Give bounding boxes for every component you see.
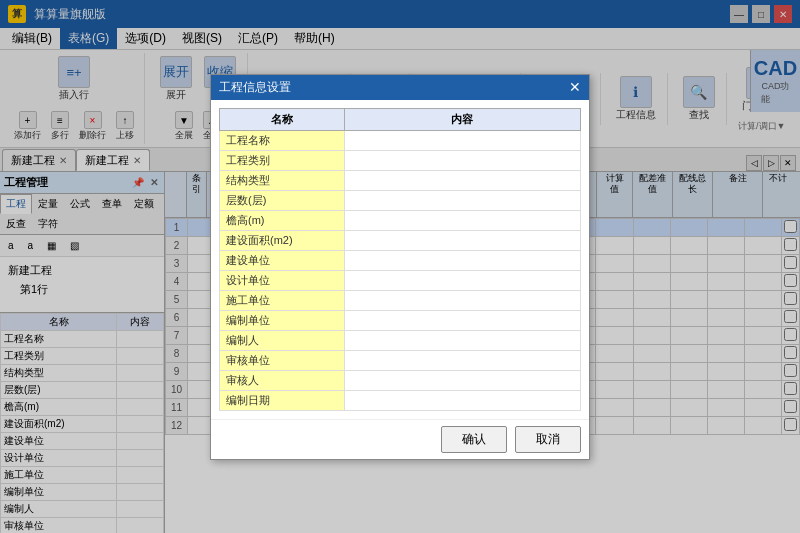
project-info-dialog: 工程信息设置 ✕ 名称 内容 工程名称工程类别结构类型层数(层)檐高(m)建设面… [210, 74, 590, 460]
dialog-cancel-button[interactable]: 取消 [515, 426, 581, 453]
dialog-row-name: 建设面积(m2) [220, 230, 345, 250]
dialog-row: 编制人 [220, 330, 581, 350]
dialog-body: 名称 内容 工程名称工程类别结构类型层数(层)檐高(m)建设面积(m2)建设单位… [211, 100, 589, 419]
dialog-row: 层数(层) [220, 190, 581, 210]
dialog-row-value[interactable] [344, 390, 580, 410]
dialog-row: 工程名称 [220, 130, 581, 150]
dialog-row-value[interactable] [344, 310, 580, 330]
dialog-row-name: 施工单位 [220, 290, 345, 310]
dialog-close-button[interactable]: ✕ [569, 79, 581, 95]
dialog-overlay: 工程信息设置 ✕ 名称 内容 工程名称工程类别结构类型层数(层)檐高(m)建设面… [0, 0, 800, 533]
dialog-value-input[interactable] [351, 374, 574, 386]
dialog-row: 檐高(m) [220, 210, 581, 230]
dialog-value-input[interactable] [351, 194, 574, 206]
dialog-row-name: 审核单位 [220, 350, 345, 370]
dialog-row-value[interactable] [344, 150, 580, 170]
dialog-row: 编制单位 [220, 310, 581, 330]
dialog-title-text: 工程信息设置 [219, 79, 291, 96]
dialog-col-content: 内容 [344, 108, 580, 130]
dialog-row-name: 设计单位 [220, 270, 345, 290]
dialog-row-value[interactable] [344, 250, 580, 270]
dialog-row-value[interactable] [344, 290, 580, 310]
dialog-row-value[interactable] [344, 170, 580, 190]
dialog-value-input[interactable] [351, 254, 574, 266]
dialog-row-value[interactable] [344, 190, 580, 210]
dialog-row-value[interactable] [344, 130, 580, 150]
dialog-value-input[interactable] [351, 274, 574, 286]
dialog-value-input[interactable] [351, 294, 574, 306]
dialog-value-input[interactable] [351, 214, 574, 226]
dialog-row: 审核单位 [220, 350, 581, 370]
dialog-row-value[interactable] [344, 270, 580, 290]
dialog-row-name: 编制单位 [220, 310, 345, 330]
dialog-col-name: 名称 [220, 108, 345, 130]
dialog-row: 编制日期 [220, 390, 581, 410]
dialog-value-input[interactable] [351, 394, 574, 406]
dialog-table: 名称 内容 工程名称工程类别结构类型层数(层)檐高(m)建设面积(m2)建设单位… [219, 108, 581, 411]
dialog-row-value[interactable] [344, 350, 580, 370]
dialog-confirm-button[interactable]: 确认 [441, 426, 507, 453]
dialog-row: 建设单位 [220, 250, 581, 270]
dialog-value-input[interactable] [351, 134, 574, 146]
dialog-title-bar: 工程信息设置 ✕ [211, 75, 589, 100]
dialog-row: 设计单位 [220, 270, 581, 290]
dialog-row: 施工单位 [220, 290, 581, 310]
dialog-row-value[interactable] [344, 230, 580, 250]
dialog-value-input[interactable] [351, 354, 574, 366]
dialog-row-name: 工程类别 [220, 150, 345, 170]
dialog-row-name: 结构类型 [220, 170, 345, 190]
dialog-row: 建设面积(m2) [220, 230, 581, 250]
dialog-value-input[interactable] [351, 154, 574, 166]
dialog-row-name: 工程名称 [220, 130, 345, 150]
dialog-row-name: 建设单位 [220, 250, 345, 270]
dialog-row-value[interactable] [344, 330, 580, 350]
dialog-row-name: 檐高(m) [220, 210, 345, 230]
dialog-value-input[interactable] [351, 314, 574, 326]
dialog-row-value[interactable] [344, 370, 580, 390]
dialog-value-input[interactable] [351, 234, 574, 246]
dialog-row-name: 审核人 [220, 370, 345, 390]
dialog-value-input[interactable] [351, 174, 574, 186]
dialog-row: 审核人 [220, 370, 581, 390]
dialog-value-input[interactable] [351, 334, 574, 346]
dialog-footer: 确认 取消 [211, 419, 589, 459]
dialog-row-name: 编制日期 [220, 390, 345, 410]
dialog-row: 结构类型 [220, 170, 581, 190]
dialog-row-name: 编制人 [220, 330, 345, 350]
dialog-row-value[interactable] [344, 210, 580, 230]
dialog-row: 工程类别 [220, 150, 581, 170]
dialog-row-name: 层数(层) [220, 190, 345, 210]
